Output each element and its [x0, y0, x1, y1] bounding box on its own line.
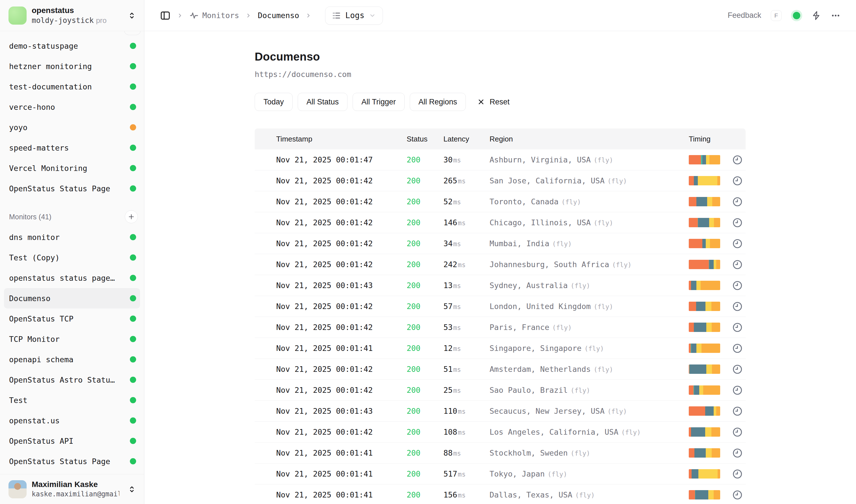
workspace-switcher[interactable]: openstatus moldy-joystickpro	[0, 0, 144, 31]
clock-icon[interactable]	[720, 364, 746, 375]
sidebar-item-status-page[interactable]: OpenStatus Status Page	[4, 178, 140, 199]
table-row[interactable]: Nov 21, 2025 00:01:41 200 156ms Dallas, …	[255, 485, 746, 504]
table-row[interactable]: Nov 21, 2025 00:01:41 200 517ms Tokyo, J…	[255, 464, 746, 485]
table-row[interactable]: Nov 21, 2025 00:01:47 200 30ms Ashburn, …	[255, 149, 746, 170]
sidebar-item-status-page[interactable]: hetzner monitoring	[4, 56, 140, 76]
clock-icon[interactable]	[720, 427, 746, 437]
clock-icon[interactable]	[720, 322, 746, 333]
sidebar-item-monitor[interactable]: Test (Copy)	[4, 247, 140, 268]
clock-icon[interactable]	[720, 280, 746, 291]
sidebar-item-monitor[interactable]: openstatus status page…	[4, 268, 140, 288]
clock-icon[interactable]	[720, 469, 746, 480]
sidebar-item-status-page[interactable]: speed-matters	[4, 138, 140, 158]
clock-icon[interactable]	[720, 301, 746, 312]
feedback-link[interactable]: Feedback	[728, 11, 761, 20]
region-cell: Secaucus, New Jersey, USA(fly)	[489, 407, 689, 415]
region-cell: Stockholm, Sweden(fly)	[489, 449, 689, 457]
region-cell: Chicago, Illinois, USA(fly)	[489, 218, 689, 227]
latency-cell: 51ms	[443, 365, 489, 374]
zap-icon[interactable]	[812, 11, 821, 20]
table-row[interactable]: Nov 21, 2025 00:01:42 200 146ms Chicago,…	[255, 212, 746, 233]
sidebar-item-monitor[interactable]: Test	[4, 390, 140, 410]
sidebar-item-status-page[interactable]: demo-statuspage	[4, 36, 140, 56]
reset-filters-button[interactable]: Reset	[471, 93, 516, 111]
table-row[interactable]: Nov 21, 2025 00:01:42 200 51ms Amsterdam…	[255, 359, 746, 380]
status-dot	[130, 43, 136, 49]
monitor-url: https://documenso.com	[255, 70, 746, 79]
chevron-right-icon	[305, 13, 311, 19]
scroll-remnant	[124, 31, 141, 35]
region-cell: Los Angeles, California, USA(fly)	[489, 428, 689, 436]
status-filter-button[interactable]: All Status	[298, 93, 347, 111]
regions-filter-button[interactable]: All Regions	[410, 93, 466, 111]
table-row[interactable]: Nov 21, 2025 00:01:41 200 88ms Stockholm…	[255, 443, 746, 464]
clock-icon[interactable]	[720, 238, 746, 249]
table-row[interactable]: Nov 21, 2025 00:01:41 200 12ms Singapore…	[255, 338, 746, 359]
topbar-right: Feedback F	[728, 10, 840, 21]
clock-icon[interactable]	[720, 217, 746, 228]
date-filter-button[interactable]: Today	[255, 93, 292, 111]
sidebar-scroll-area[interactable]: demo-statuspage hetzner monitoring test-…	[0, 31, 144, 474]
sidebar-item-monitor[interactable]: openapi schema	[4, 349, 140, 370]
user-menu[interactable]: Maximilian Kaske kaske.maximilian@gmail…	[0, 474, 144, 504]
status-dot	[130, 124, 136, 130]
clock-icon[interactable]	[720, 259, 746, 270]
clock-icon[interactable]	[720, 385, 746, 396]
timing-bar	[689, 281, 720, 290]
more-options-button[interactable]	[831, 11, 840, 20]
table-row[interactable]: Nov 21, 2025 00:01:42 200 265ms San Jose…	[255, 170, 746, 191]
clock-icon[interactable]	[720, 406, 746, 417]
table-row[interactable]: Nov 21, 2025 00:01:42 200 242ms Johannes…	[255, 254, 746, 275]
table-row[interactable]: Nov 21, 2025 00:01:42 200 57ms London, U…	[255, 296, 746, 317]
clock-icon[interactable]	[720, 448, 746, 458]
table-row[interactable]: Nov 21, 2025 00:01:42 200 52ms Toronto, …	[255, 191, 746, 212]
sidebar-item-status-page[interactable]: Vercel Monitoring	[4, 158, 140, 178]
breadcrumb-documenso[interactable]: Documenso	[258, 11, 299, 20]
clock-icon[interactable]	[720, 196, 746, 207]
clock-icon[interactable]	[720, 490, 746, 500]
sidebar-item-monitor[interactable]: openstat.us	[4, 410, 140, 431]
trigger-filter-button[interactable]: All Trigger	[353, 93, 405, 111]
table-row[interactable]: Nov 21, 2025 00:01:42 200 34ms Mumbai, I…	[255, 233, 746, 254]
region-cell: Dallas, Texas, USA(fly)	[489, 490, 689, 499]
clock-icon[interactable]	[720, 176, 746, 186]
sidebar-toggle-button[interactable]	[160, 10, 171, 21]
sidebar-item-monitor[interactable]: TCP Monitor	[4, 329, 140, 349]
chevrons-up-down-icon	[128, 11, 136, 20]
sidebar-item-status-page[interactable]: verce-hono	[4, 97, 140, 117]
sidebar-item-monitor[interactable]: OpenStatus Status Page	[4, 451, 140, 471]
add-monitor-button[interactable]	[125, 210, 138, 223]
chevron-down-icon	[369, 12, 376, 19]
sidebar-item-monitor[interactable]: OpenStatus API	[4, 431, 140, 451]
breadcrumb-monitors[interactable]: Monitors	[202, 11, 239, 20]
clock-icon[interactable]	[720, 155, 746, 165]
view-selector-logs[interactable]: Logs	[325, 6, 382, 24]
table-row[interactable]: Nov 21, 2025 00:01:43 200 13ms Sydney, A…	[255, 275, 746, 296]
sidebar-item-monitor[interactable]: OpenStatus Astro Statu…	[4, 370, 140, 390]
status-cell: 200	[407, 239, 443, 248]
status-dot	[130, 438, 136, 444]
sidebar-item-monitor[interactable]: OpenStatus TCP	[4, 308, 140, 329]
content: Documenso https://documenso.com Today Al…	[144, 50, 856, 504]
table-row[interactable]: Nov 21, 2025 00:01:42 200 25ms Sao Paulo…	[255, 380, 746, 401]
timestamp-cell: Nov 21, 2025 00:01:42	[272, 176, 407, 185]
timestamp-cell: Nov 21, 2025 00:01:42	[272, 239, 407, 248]
table-row[interactable]: Nov 21, 2025 00:01:43 200 110ms Secaucus…	[255, 401, 746, 422]
status-dot	[130, 165, 136, 171]
monitors-section-header: Monitors (41)	[4, 206, 140, 227]
chevron-right-icon	[245, 13, 252, 19]
timestamp-cell: Nov 21, 2025 00:01:42	[272, 365, 407, 374]
plus-icon	[128, 213, 135, 220]
timestamp-cell: Nov 21, 2025 00:01:41	[272, 344, 407, 353]
clock-icon[interactable]	[720, 343, 746, 354]
sidebar-item-monitor[interactable]: Documenso	[4, 288, 140, 308]
topbar: Monitors Documenso Logs Feedback F	[144, 0, 856, 31]
timestamp-cell: Nov 21, 2025 00:01:42	[272, 323, 407, 332]
table-row[interactable]: Nov 21, 2025 00:01:42 200 53ms Paris, Fr…	[255, 317, 746, 338]
table-row[interactable]: Nov 21, 2025 00:01:42 200 108ms Los Ange…	[255, 422, 746, 443]
col-timestamp: Timestamp	[272, 135, 407, 143]
sidebar-item-status-page[interactable]: yoyo	[4, 117, 140, 138]
sidebar-item-monitor[interactable]: dns monitor	[4, 227, 140, 247]
sidebar-item-status-page[interactable]: test-documentation	[4, 76, 140, 97]
workspace-avatar	[8, 6, 26, 24]
